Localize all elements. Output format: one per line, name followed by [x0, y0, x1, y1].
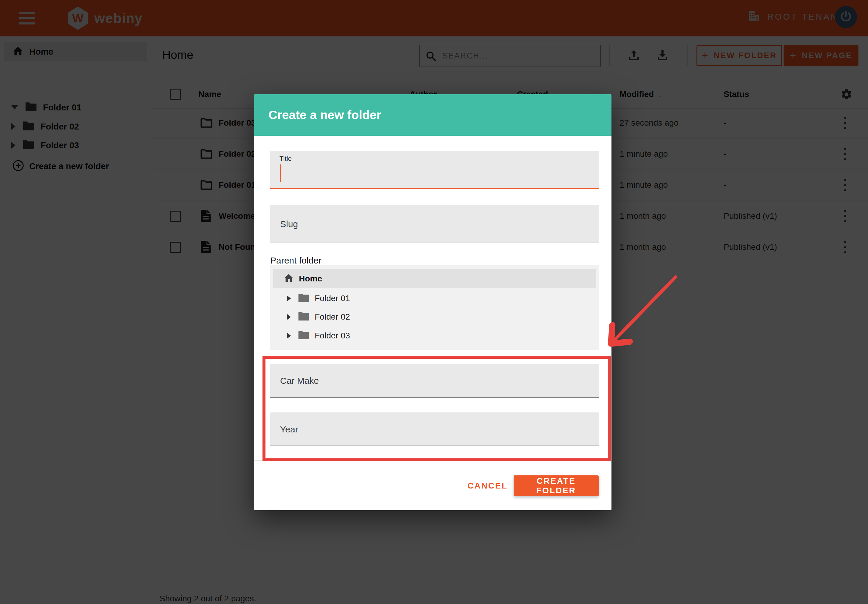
dialog-title: Create a new folder	[268, 108, 381, 122]
folder-icon	[298, 292, 310, 304]
cancel-button[interactable]: CANCEL	[463, 475, 512, 496]
tree-item-folder-02[interactable]: Folder 02	[270, 307, 599, 326]
tree-item-folder-03[interactable]: Folder 03	[270, 326, 599, 345]
chevron-right-icon[interactable]	[287, 333, 291, 339]
divider	[254, 460, 611, 461]
parent-folder-label: Parent folder	[270, 255, 322, 266]
create-folder-button[interactable]: CREATE FOLDER	[514, 475, 599, 496]
slug-field[interactable]	[270, 205, 599, 243]
car-make-input[interactable]	[279, 364, 591, 398]
home-icon	[284, 273, 294, 285]
title-field[interactable]: Title	[270, 151, 599, 189]
dialog-header: Create a new folder	[254, 94, 611, 136]
app-screen: W webiny ROOT TENANT Home Folder 0	[0, 0, 868, 604]
parent-folder-tree: Home Folder 01 Folder 02	[270, 265, 599, 350]
chevron-right-icon[interactable]	[287, 295, 291, 301]
title-field-label: Title	[279, 155, 292, 163]
year-field[interactable]	[270, 412, 599, 446]
tree-item-folder-01[interactable]: Folder 01	[270, 289, 599, 307]
create-folder-dialog: Create a new folder Title Parent folder …	[254, 94, 611, 510]
tree-item-home-selected[interactable]: Home	[273, 269, 596, 288]
car-make-field[interactable]	[270, 364, 599, 398]
year-input[interactable]	[279, 412, 591, 446]
chevron-right-icon[interactable]	[287, 314, 291, 320]
folder-icon	[298, 330, 310, 342]
folder-icon	[298, 311, 310, 323]
slug-input[interactable]	[279, 205, 591, 243]
text-cursor	[280, 165, 281, 182]
